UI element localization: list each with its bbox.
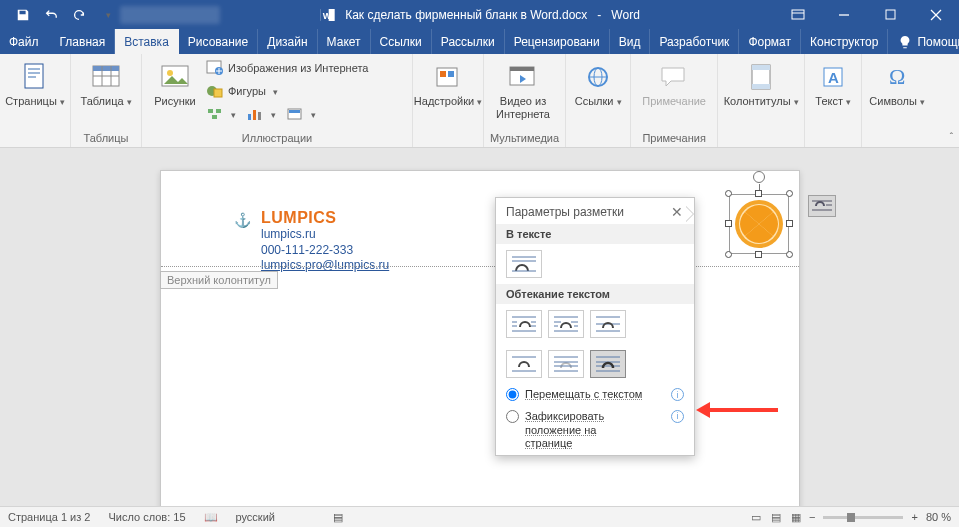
info-icon[interactable]: i [671,410,684,423]
group-addins: Надстройки [413,54,484,147]
account-name-redacted [120,6,220,24]
online-video-button[interactable]: Видео из Интернета [490,57,556,120]
wrap-through[interactable] [590,310,626,338]
status-bar: Страница 1 из 2 Число слов: 15 📖 русский… [0,506,959,527]
tab-constructor[interactable]: Конструктор [801,29,888,54]
status-words[interactable]: Число слов: 15 [108,511,185,523]
rotate-handle[interactable] [753,171,765,183]
resize-handle[interactable] [725,251,732,258]
illus-more-row[interactable] [206,103,406,125]
tab-references[interactable]: Ссылки [371,29,432,54]
radio-input[interactable] [506,410,519,423]
resize-handle[interactable] [786,220,793,227]
group-headerfooter: Колонтитулы [718,54,805,147]
svg-rect-3 [792,10,804,19]
tab-design[interactable]: Дизайн [258,29,317,54]
group-text: A Текст [805,54,862,147]
info-icon[interactable]: i [671,388,684,401]
document-title: Как сделать фирменный бланк в Word.docx [345,8,587,22]
word-app-icon: W [319,7,335,23]
status-page[interactable]: Страница 1 из 2 [8,511,90,523]
tell-me[interactable]: Помощь [888,29,959,54]
svg-rect-31 [289,110,300,113]
zoom-level[interactable]: 80 % [926,511,951,523]
resize-handle[interactable] [786,190,793,197]
close-icon[interactable] [913,0,959,29]
qat-more-icon[interactable] [94,3,120,27]
redo-icon[interactable] [66,3,92,27]
shapes-button[interactable]: Фигуры [206,80,406,102]
wrap-topbottom[interactable] [506,350,542,378]
collapse-ribbon-icon[interactable]: ˆ [950,132,953,143]
online-pictures-button[interactable]: Изображения из Интернета [206,57,406,79]
view-web-icon[interactable]: ▦ [791,511,801,524]
view-print-icon[interactable]: ▤ [771,511,781,524]
resize-handle[interactable] [755,251,762,258]
window-title: W Как сделать фирменный бланк в Word.doc… [319,7,640,23]
tab-format[interactable]: Формат [739,29,801,54]
image-orange-slice[interactable] [729,194,789,254]
callout-close-icon[interactable]: ✕ [668,204,686,220]
pages-button[interactable]: Страницы [6,57,64,108]
zoom-out-icon[interactable]: − [809,511,815,523]
page[interactable]: ⚓ LUMPICS lumpics.ru 000-111-222-333 lum… [160,170,800,506]
header-footer-button[interactable]: Колонтитулы [724,57,798,108]
tab-draw[interactable]: Рисование [179,29,258,54]
svg-text:W: W [322,11,331,21]
annotation-arrow [700,408,778,412]
status-macro-icon[interactable]: ▤ [333,511,343,524]
callout-section-wrap: Обтекание текстом [496,284,694,304]
tab-layout[interactable]: Макет [318,29,371,54]
wrap-tight[interactable] [548,310,584,338]
svg-rect-33 [440,71,446,77]
layout-options-button[interactable] [808,195,836,217]
svg-rect-10 [28,68,40,70]
radio-move-with-text[interactable]: Перемещать с текстом i [496,384,694,406]
tab-view[interactable]: Вид [610,29,651,54]
ribbon-display-icon[interactable] [775,0,821,29]
shapes-icon [206,83,224,99]
text-button[interactable]: A Текст [811,57,855,108]
wrap-inline[interactable] [506,250,542,278]
status-language[interactable]: русский [236,511,275,523]
tab-home[interactable]: Главная [51,29,116,54]
tab-insert[interactable]: Вставка [115,29,179,54]
quick-access-toolbar [0,3,120,27]
radio-input[interactable] [506,388,519,401]
wrap-square[interactable] [506,310,542,338]
group-symbols: Ω Символы [862,54,932,147]
tab-mailings[interactable]: Рассылки [432,29,505,54]
company-name: LUMPICS [261,209,389,227]
resize-handle[interactable] [725,220,732,227]
layout-options-callout: Параметры разметки ✕ В тексте Обтекание … [495,197,695,456]
wrap-behind[interactable] [548,350,584,378]
radio-fix-position[interactable]: Зафиксировать положение на странице i [496,406,694,455]
minimize-icon[interactable] [821,0,867,29]
view-read-icon[interactable]: ▭ [751,511,761,524]
addins-button[interactable]: Надстройки [419,57,477,108]
comment-button[interactable]: Примечание [637,57,711,108]
resize-handle[interactable] [755,190,762,197]
tab-developer[interactable]: Разработчик [650,29,739,54]
save-icon[interactable] [10,3,36,27]
table-button[interactable]: Таблица [77,57,135,108]
resize-handle[interactable] [786,251,793,258]
resize-handle[interactable] [725,190,732,197]
group-pages: Страницы [0,54,71,147]
callout-title: Параметры разметки [506,205,624,219]
maximize-icon[interactable] [867,0,913,29]
tab-review[interactable]: Рецензировани [505,29,610,54]
links-button[interactable]: Ссылки [572,57,624,108]
pictures-button[interactable]: Рисунки [148,57,202,108]
zoom-in-icon[interactable]: + [911,511,917,523]
tab-file[interactable]: Файл [0,29,51,54]
symbols-button[interactable]: Ω Символы [868,57,926,108]
selected-image[interactable] [720,185,798,263]
undo-icon[interactable] [38,3,64,27]
callout-section-inline: В тексте [496,224,694,244]
screenshot-icon [286,106,304,122]
wrap-front[interactable] [590,350,626,378]
svg-rect-42 [752,84,770,89]
zoom-slider[interactable] [823,516,903,519]
status-proofing-icon[interactable]: 📖 [204,511,218,524]
